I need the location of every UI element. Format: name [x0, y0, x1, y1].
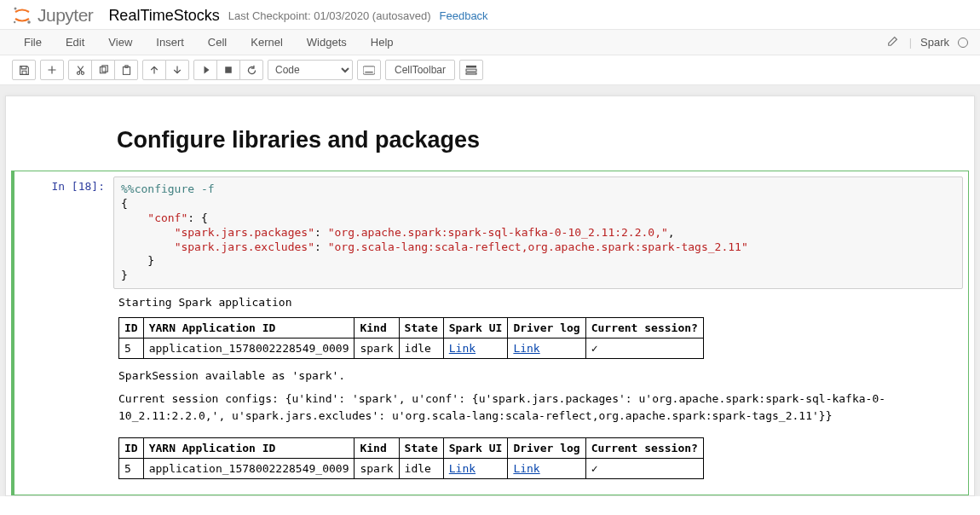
sparkui-link[interactable]: Link — [449, 462, 476, 475]
notebook-name[interactable]: RealTimeStocks — [108, 7, 219, 25]
svg-rect-14 — [466, 72, 476, 74]
col-state: State — [399, 437, 443, 458]
feedback-link[interactable]: Feedback — [440, 9, 488, 22]
col-yarn: YARN Application ID — [143, 318, 355, 339]
cell-state: idle — [399, 339, 443, 359]
sparkui-link[interactable]: Link — [449, 342, 476, 355]
run-group — [193, 60, 263, 80]
kernel-indicator-icon — [958, 38, 968, 48]
cut-button[interactable] — [68, 60, 92, 80]
markdown-cell[interactable]: Configure libraries and packages — [6, 127, 974, 167]
code-cell[interactable]: In [18]: %%configure -f { "conf": { "spa… — [11, 171, 969, 495]
table-row: 5 application_1578002228549_0009 spark i… — [119, 339, 704, 359]
svg-point-3 — [77, 72, 79, 74]
code-input[interactable]: %%configure -f { "conf": { "spark.jars.p… — [113, 176, 963, 289]
col-kind: Kind — [355, 318, 399, 339]
menu-edit[interactable]: Edit — [54, 31, 96, 54]
svg-point-2 — [14, 21, 15, 23]
col-yarn: YARN Application ID — [143, 437, 355, 458]
cut-copy-paste-group — [68, 60, 138, 80]
cell-id: 5 — [119, 458, 144, 478]
spark-table-2: ID YARN Application ID Kind State Spark … — [118, 437, 704, 479]
col-driverlog: Driver log — [508, 437, 585, 458]
menu-help[interactable]: Help — [359, 31, 406, 54]
svg-rect-12 — [466, 66, 476, 68]
restart-button[interactable] — [239, 60, 263, 80]
cell-current: ✓ — [585, 339, 703, 359]
celltoolbar-menu-button[interactable] — [459, 60, 483, 80]
notebook-header: Jupyter RealTimeStocks Last Checkpoint: … — [0, 0, 980, 30]
paste-button[interactable] — [114, 60, 138, 80]
svg-point-4 — [81, 72, 84, 74]
svg-rect-9 — [225, 67, 232, 73]
driverlog-link[interactable]: Link — [513, 342, 539, 355]
output-area: Starting Spark application ID YARN Appli… — [118, 296, 958, 478]
menubar: File Edit View Insert Cell Kernel Widget… — [0, 30, 980, 55]
col-state: State — [399, 318, 443, 339]
menu-file[interactable]: File — [12, 31, 54, 54]
col-current: Current session? — [585, 318, 703, 339]
input-prompt: In [18]: — [20, 176, 113, 289]
command-palette-button[interactable] — [357, 60, 381, 80]
save-button[interactable] — [12, 60, 36, 80]
output-session-available: SparkSession available as 'spark'. — [118, 369, 958, 382]
table-row: 5 application_1578002228549_0009 spark i… — [119, 458, 704, 478]
cell-id: 5 — [119, 339, 144, 359]
menu-view[interactable]: View — [96, 31, 144, 54]
jupyter-logo[interactable]: Jupyter — [12, 5, 93, 26]
cell-yarn: application_1578002228549_0009 — [143, 339, 355, 359]
toolbar: Code CellToolbar — [0, 55, 980, 85]
col-kind: Kind — [355, 437, 399, 458]
output-starting-text: Starting Spark application — [118, 296, 958, 309]
jupyter-icon — [12, 5, 32, 26]
svg-rect-10 — [363, 66, 375, 73]
celltoolbar-button[interactable]: CellToolbar — [385, 60, 455, 80]
notebook-inner: Configure libraries and packages In [18]… — [5, 95, 975, 496]
notebook-container: Configure libraries and packages In [18]… — [0, 85, 980, 496]
col-current: Current session? — [585, 437, 703, 458]
cell-current: ✓ — [585, 458, 703, 478]
menu-cell[interactable]: Cell — [196, 31, 239, 54]
svg-rect-11 — [365, 72, 372, 72]
kernel-name[interactable]: Spark — [915, 36, 954, 49]
cell-yarn: application_1578002228549_0009 — [143, 458, 355, 478]
stop-button[interactable] — [216, 60, 240, 80]
col-id: ID — [119, 318, 144, 339]
menu-insert[interactable]: Insert — [144, 31, 196, 54]
svg-point-1 — [27, 20, 31, 24]
celltype-select[interactable]: Code — [268, 60, 353, 80]
svg-rect-13 — [466, 69, 476, 72]
menu-widgets[interactable]: Widgets — [295, 31, 359, 54]
table-header-row: ID YARN Application ID Kind State Spark … — [119, 318, 704, 339]
col-sparkui: Spark UI — [443, 437, 508, 458]
cell-state: idle — [399, 458, 443, 478]
run-button[interactable] — [193, 60, 217, 80]
copy-button[interactable] — [91, 60, 115, 80]
jupyter-logo-text: Jupyter — [37, 5, 93, 26]
add-cell-button[interactable] — [40, 60, 64, 80]
col-id: ID — [119, 437, 144, 458]
table-header-row: ID YARN Application ID Kind State Spark … — [119, 437, 704, 458]
svg-point-0 — [14, 8, 17, 10]
col-sparkui: Spark UI — [443, 318, 508, 339]
spark-table-1: ID YARN Application ID Kind State Spark … — [118, 317, 704, 359]
checkpoint-status: Last Checkpoint: 01/03/2020 (autosaved) — [228, 9, 431, 22]
menu-kernel[interactable]: Kernel — [239, 31, 295, 54]
divider: | — [906, 36, 915, 49]
move-group — [142, 60, 189, 80]
notebook-heading: Configure libraries and packages — [117, 127, 880, 153]
move-down-button[interactable] — [165, 60, 189, 80]
cell-kind: spark — [355, 339, 399, 359]
driverlog-link[interactable]: Link — [513, 462, 539, 475]
move-up-button[interactable] — [142, 60, 166, 80]
col-driverlog: Driver log — [508, 318, 585, 339]
cell-kind: spark — [355, 458, 399, 478]
pencil-icon[interactable] — [880, 35, 906, 49]
output-session-configs: Current session configs: {u'kind': 'spar… — [118, 391, 958, 425]
